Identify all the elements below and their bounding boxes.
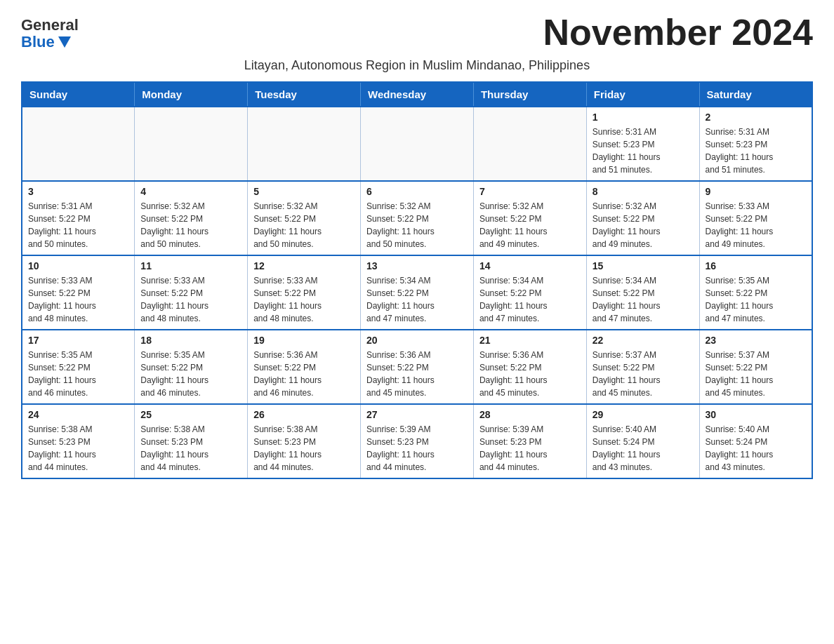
- calendar-cell: 16Sunrise: 5:35 AMSunset: 5:22 PMDayligh…: [699, 255, 812, 330]
- calendar-cell: [135, 107, 248, 181]
- calendar-cell: 4Sunrise: 5:32 AMSunset: 5:22 PMDaylight…: [135, 181, 248, 255]
- day-number: 23: [706, 335, 806, 346]
- day-number: 27: [366, 409, 468, 420]
- day-number: 1: [593, 112, 694, 123]
- day-number: 16: [706, 260, 806, 271]
- day-info: Sunrise: 5:32 AMSunset: 5:22 PMDaylight:…: [253, 200, 355, 250]
- day-number: 11: [140, 260, 241, 271]
- calendar-cell: 30Sunrise: 5:40 AMSunset: 5:24 PMDayligh…: [699, 404, 812, 478]
- day-number: 20: [366, 335, 468, 346]
- calendar-cell: 20Sunrise: 5:36 AMSunset: 5:22 PMDayligh…: [361, 330, 474, 404]
- subtitle: Litayan, Autonomous Region in Muslim Min…: [21, 58, 813, 73]
- header-cell-monday: Monday: [135, 82, 248, 107]
- day-info: Sunrise: 5:33 AMSunset: 5:22 PMDaylight:…: [253, 274, 355, 325]
- day-info: Sunrise: 5:34 AMSunset: 5:22 PMDaylight:…: [593, 274, 694, 325]
- day-number: 3: [28, 186, 128, 197]
- logo: General Blue: [21, 14, 79, 51]
- calendar-cell: 21Sunrise: 5:36 AMSunset: 5:22 PMDayligh…: [473, 330, 586, 404]
- calendar-cell: 24Sunrise: 5:38 AMSunset: 5:23 PMDayligh…: [22, 404, 135, 478]
- day-info: Sunrise: 5:32 AMSunset: 5:22 PMDaylight:…: [366, 200, 468, 250]
- header-cell-thursday: Thursday: [473, 82, 586, 107]
- day-number: 6: [366, 186, 468, 197]
- day-info: Sunrise: 5:33 AMSunset: 5:22 PMDaylight:…: [706, 200, 806, 250]
- day-number: 18: [140, 335, 241, 346]
- day-info: Sunrise: 5:32 AMSunset: 5:22 PMDaylight:…: [593, 200, 694, 250]
- calendar-cell: 6Sunrise: 5:32 AMSunset: 5:22 PMDaylight…: [361, 181, 474, 255]
- day-info: Sunrise: 5:35 AMSunset: 5:22 PMDaylight:…: [706, 274, 806, 325]
- calendar-cell: 23Sunrise: 5:37 AMSunset: 5:22 PMDayligh…: [699, 330, 812, 404]
- calendar-cell: [22, 107, 135, 181]
- day-info: Sunrise: 5:31 AMSunset: 5:23 PMDaylight:…: [706, 126, 806, 176]
- calendar-cell: 11Sunrise: 5:33 AMSunset: 5:22 PMDayligh…: [135, 255, 248, 330]
- day-info: Sunrise: 5:36 AMSunset: 5:22 PMDaylight:…: [253, 349, 355, 399]
- day-info: Sunrise: 5:40 AMSunset: 5:24 PMDaylight:…: [593, 423, 694, 474]
- header-row: SundayMondayTuesdayWednesdayThursdayFrid…: [22, 82, 812, 107]
- logo-triangle-icon: [58, 36, 71, 48]
- calendar-cell: 10Sunrise: 5:33 AMSunset: 5:22 PMDayligh…: [22, 255, 135, 330]
- calendar-cell: 7Sunrise: 5:32 AMSunset: 5:22 PMDaylight…: [473, 181, 586, 255]
- day-number: 28: [479, 409, 581, 420]
- day-number: 22: [593, 335, 694, 346]
- day-number: 26: [253, 409, 355, 420]
- calendar-cell: 12Sunrise: 5:33 AMSunset: 5:22 PMDayligh…: [248, 255, 361, 330]
- day-number: 2: [706, 112, 806, 123]
- calendar-cell: 25Sunrise: 5:38 AMSunset: 5:23 PMDayligh…: [135, 404, 248, 478]
- day-info: Sunrise: 5:37 AMSunset: 5:22 PMDaylight:…: [706, 349, 806, 399]
- day-info: Sunrise: 5:36 AMSunset: 5:22 PMDaylight:…: [366, 349, 468, 399]
- day-number: 21: [479, 335, 581, 346]
- day-info: Sunrise: 5:33 AMSunset: 5:22 PMDaylight:…: [140, 274, 241, 325]
- calendar-cell: 9Sunrise: 5:33 AMSunset: 5:22 PMDaylight…: [699, 181, 812, 255]
- day-number: 7: [479, 186, 581, 197]
- day-info: Sunrise: 5:40 AMSunset: 5:24 PMDaylight:…: [706, 423, 806, 474]
- day-info: Sunrise: 5:38 AMSunset: 5:23 PMDaylight:…: [140, 423, 241, 474]
- day-info: Sunrise: 5:34 AMSunset: 5:22 PMDaylight:…: [479, 274, 581, 325]
- day-info: Sunrise: 5:31 AMSunset: 5:22 PMDaylight:…: [28, 200, 128, 250]
- calendar-cell: 27Sunrise: 5:39 AMSunset: 5:23 PMDayligh…: [361, 404, 474, 478]
- calendar-cell: 17Sunrise: 5:35 AMSunset: 5:22 PMDayligh…: [22, 330, 135, 404]
- calendar-cell: 28Sunrise: 5:39 AMSunset: 5:23 PMDayligh…: [473, 404, 586, 478]
- calendar-week-2: 10Sunrise: 5:33 AMSunset: 5:22 PMDayligh…: [22, 255, 812, 330]
- calendar-header: SundayMondayTuesdayWednesdayThursdayFrid…: [22, 82, 812, 107]
- calendar-week-3: 17Sunrise: 5:35 AMSunset: 5:22 PMDayligh…: [22, 330, 812, 404]
- day-number: 30: [706, 409, 806, 420]
- day-number: 10: [28, 260, 128, 271]
- day-number: 29: [593, 409, 694, 420]
- calendar-cell: 26Sunrise: 5:38 AMSunset: 5:23 PMDayligh…: [248, 404, 361, 478]
- calendar-cell: [473, 107, 586, 181]
- day-number: 4: [140, 186, 241, 197]
- day-number: 15: [593, 260, 694, 271]
- calendar-week-1: 3Sunrise: 5:31 AMSunset: 5:22 PMDaylight…: [22, 181, 812, 255]
- logo-general-text: General: [21, 18, 79, 33]
- day-info: Sunrise: 5:32 AMSunset: 5:22 PMDaylight:…: [140, 200, 241, 250]
- calendar-week-4: 24Sunrise: 5:38 AMSunset: 5:23 PMDayligh…: [22, 404, 812, 478]
- calendar-cell: 14Sunrise: 5:34 AMSunset: 5:22 PMDayligh…: [473, 255, 586, 330]
- day-number: 19: [253, 335, 355, 346]
- day-number: 9: [706, 186, 806, 197]
- calendar-cell: 8Sunrise: 5:32 AMSunset: 5:22 PMDaylight…: [586, 181, 699, 255]
- calendar-cell: 18Sunrise: 5:35 AMSunset: 5:22 PMDayligh…: [135, 330, 248, 404]
- calendar-cell: 22Sunrise: 5:37 AMSunset: 5:22 PMDayligh…: [586, 330, 699, 404]
- day-number: 17: [28, 335, 128, 346]
- calendar-cell: [248, 107, 361, 181]
- calendar-cell: 3Sunrise: 5:31 AMSunset: 5:22 PMDaylight…: [22, 181, 135, 255]
- day-number: 14: [479, 260, 581, 271]
- calendar-cell: 13Sunrise: 5:34 AMSunset: 5:22 PMDayligh…: [361, 255, 474, 330]
- header-cell-tuesday: Tuesday: [248, 82, 361, 107]
- day-info: Sunrise: 5:33 AMSunset: 5:22 PMDaylight:…: [28, 274, 128, 325]
- day-number: 12: [253, 260, 355, 271]
- header: General Blue November 2024: [21, 14, 813, 51]
- day-info: Sunrise: 5:35 AMSunset: 5:22 PMDaylight:…: [140, 349, 241, 399]
- calendar-cell: 19Sunrise: 5:36 AMSunset: 5:22 PMDayligh…: [248, 330, 361, 404]
- header-cell-wednesday: Wednesday: [361, 82, 474, 107]
- header-cell-sunday: Sunday: [22, 82, 135, 107]
- day-info: Sunrise: 5:37 AMSunset: 5:22 PMDaylight:…: [593, 349, 694, 399]
- calendar-cell: 29Sunrise: 5:40 AMSunset: 5:24 PMDayligh…: [586, 404, 699, 478]
- day-info: Sunrise: 5:34 AMSunset: 5:22 PMDaylight:…: [366, 274, 468, 325]
- day-info: Sunrise: 5:32 AMSunset: 5:22 PMDaylight:…: [479, 200, 581, 250]
- day-info: Sunrise: 5:39 AMSunset: 5:23 PMDaylight:…: [366, 423, 468, 474]
- logo-blue-text: Blue: [21, 33, 71, 51]
- calendar-cell: 5Sunrise: 5:32 AMSunset: 5:22 PMDaylight…: [248, 181, 361, 255]
- calendar-cell: [361, 107, 474, 181]
- day-info: Sunrise: 5:38 AMSunset: 5:23 PMDaylight:…: [28, 423, 128, 474]
- calendar-cell: 2Sunrise: 5:31 AMSunset: 5:23 PMDaylight…: [699, 107, 812, 181]
